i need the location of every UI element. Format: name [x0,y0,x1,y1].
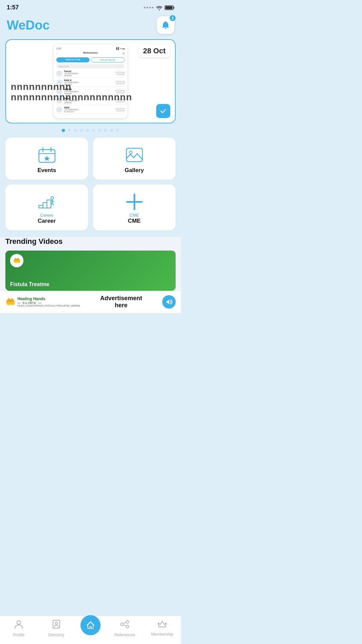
carousel-check-badge [156,104,170,118]
carousel-card: 28 Oct 1:13 ▌▌ ▾ ▬ ‹ References ⊟ Referr… [5,39,176,123]
cme-card[interactable]: CME CME [93,184,176,230]
svg-rect-11 [43,203,47,208]
mock-time: 1:13 [56,47,61,50]
carousel-dot-1[interactable] [68,129,71,132]
svg-rect-2 [166,6,173,9]
career-label: Career [38,218,56,224]
check-icon [160,107,167,115]
mock-info: Fareed +91 9937332333 Abhishek [64,70,114,76]
video-logo: 🤲 [10,254,23,267]
career-sublabel: Career [38,213,56,218]
ad-clinic-name: Healing Hands [17,297,80,301]
svg-line-18 [52,203,54,205]
events-card[interactable]: Events [5,138,88,180]
carousel-dot-5[interactable] [92,129,95,132]
carousel-dots [0,129,181,132]
mock-list-item: dddd +91 87899765677 Dr. Ramesh 12:00:00… [56,106,125,114]
carousel-dot-4[interactable] [86,129,89,132]
events-icon [38,146,56,164]
career-card[interactable]: Career Career [5,184,88,230]
notification-badge: 2 [170,15,176,21]
ad-clinic-sub: PILES | CONSTIPATION | FISTULA | PROLAPS… [17,305,80,307]
signal-icon [144,7,154,8]
app-header: WeDoc 2 [0,13,181,39]
ad-banner: 🤲 Healing Hands — CLINIC — PILES | CONST… [0,291,181,313]
mock-tab-referred-by: Referred By Me [91,57,125,62]
carousel-dot-9[interactable] [116,129,119,132]
status-time: 1:57 [7,4,19,11]
ad-text: Advertisementhere [84,295,158,309]
status-icons [144,5,174,10]
mock-avatar [56,70,62,76]
mock-status-icons: ▌▌ ▾ ▬ [116,47,125,50]
gallery-card[interactable]: Gallery [93,138,176,180]
mock-list-item: Fareed +91 9937332333 Abhishek 12:00:00 … [56,70,125,78]
cme-sublabel: CME [128,213,141,218]
svg-marker-7 [44,156,50,161]
mock-tab-referred-to: Referred To Me [56,57,89,62]
svg-rect-12 [47,200,51,208]
gallery-label: Gallery [125,167,144,174]
mock-tabs: Referred To Me Referred By Me [56,57,125,62]
notification-button[interactable]: 2 [157,16,174,34]
events-label: Events [38,167,56,174]
career-icon [38,193,56,211]
mock-title: References [58,51,123,54]
svg-point-13 [51,197,54,199]
video-thumbnail[interactable]: 🤲 Fistula Treatme [5,251,176,291]
feature-grid: Events Gallery [0,138,181,230]
status-bar: 1:57 [0,0,181,13]
carousel-dot-6[interactable] [98,129,101,132]
app-title: WeDoc [7,18,50,33]
battery-icon [165,5,174,10]
carousel-dot-0[interactable] [62,129,65,132]
carousel-container: 28 Oct 1:13 ▌▌ ▾ ▬ ‹ References ⊟ Referr… [0,39,181,123]
svg-rect-10 [39,205,43,208]
gallery-icon [125,146,144,164]
bell-icon [161,20,170,30]
wifi-icon [156,5,163,10]
trending-section: Trending Videos 🤲 Fistula Treatme [0,237,181,291]
svg-point-9 [129,151,132,154]
carousel-dot-7[interactable] [104,129,107,132]
svg-rect-1 [174,7,175,9]
mock-avatar [56,107,62,113]
mock-status-bar: 1:13 ▌▌ ▾ ▬ [56,47,125,50]
mock-search: Search ⊗ ♫ [56,64,125,68]
carousel-overlay-text: nnnnnnnnnn nnnnnnnnnnnnnnnnnnnn [11,82,132,103]
cme-label: CME [128,218,141,224]
cme-icon [125,193,144,211]
video-title: Fistula Treatme [10,281,49,287]
svg-rect-8 [126,148,142,162]
date-badge: 28 Oct [138,45,170,57]
trending-title: Trending Videos [5,237,176,246]
ad-logo: 🤲 Healing Hands — CLINIC — PILES | CONST… [5,297,80,307]
carousel-dot-2[interactable] [74,129,77,132]
ad-speaker-icon [162,295,176,309]
carousel-dot-8[interactable] [110,129,113,132]
carousel-dot-3[interactable] [80,129,83,132]
